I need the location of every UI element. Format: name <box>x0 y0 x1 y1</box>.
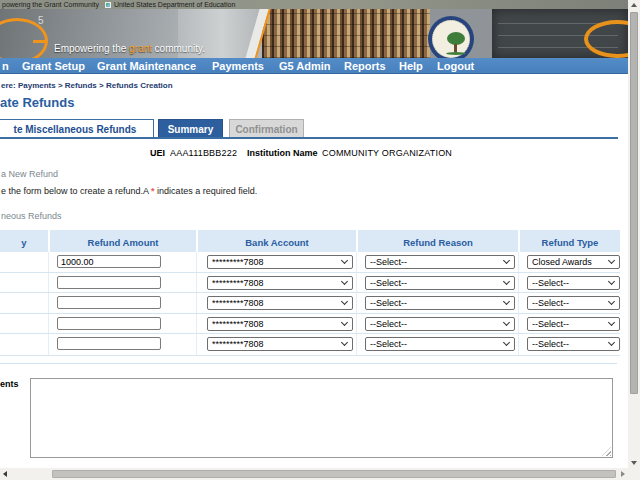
refund-type-select-3[interactable]: --Select-- <box>527 296 620 310</box>
bookshelf-image <box>262 9 430 58</box>
refund-amount-input-4[interactable] <box>57 317 161 330</box>
create-new-refund-heading: a New Refund <box>1 169 58 179</box>
chevron-down-icon <box>608 257 615 264</box>
col-header-refund-reason: Refund Reason <box>358 230 518 252</box>
scroll-right-arrow-icon[interactable] <box>621 471 625 477</box>
refund-type-select-1[interactable]: Closed Awards <box>527 255 620 269</box>
chevron-down-icon <box>503 257 510 264</box>
chevron-down-icon <box>341 257 348 264</box>
instructions-pre: e the form below to create a refund.A <box>1 186 151 196</box>
chevron-down-icon <box>503 319 510 326</box>
breadcrumb: ere: Payments > Refunds > Refunds Creati… <box>1 81 173 90</box>
chevron-down-icon <box>608 298 615 305</box>
tagline-post: community. <box>152 43 205 54</box>
nav-item-g5-admin[interactable]: G5 Admin <box>279 60 331 72</box>
nav-item-grant-maintenance[interactable]: Grant Maintenance <box>97 60 196 72</box>
refund-reason-select-5[interactable]: --Select-- <box>365 337 515 351</box>
col-header-cut: y <box>0 230 48 252</box>
table-row-separator <box>0 313 620 314</box>
chevron-down-icon <box>608 339 615 346</box>
main-nav-bar: n Grant Setup Grant Maintenance Payments… <box>0 58 640 74</box>
page-title: ate Refunds <box>0 95 74 110</box>
title-bar-left-text: powering the Grant Community <box>2 1 99 8</box>
bank-account-select-3[interactable]: *********7808 <box>207 296 353 310</box>
refund-amount-input-1[interactable] <box>57 255 161 268</box>
tab-underline <box>0 137 618 139</box>
banner-tagline: Empowering the grant community. <box>54 43 205 54</box>
table-column-separator <box>518 252 519 355</box>
instructions-post: indicates a required field. <box>155 186 258 196</box>
chevron-down-icon <box>608 278 615 285</box>
g5-banner: 5 Empowering the grant community. <box>0 9 628 58</box>
bank-account-select-4[interactable]: *********7808 <box>207 317 353 331</box>
col-header-refund-type: Refund Type <box>520 230 620 252</box>
horizontal-scrollbar-thumb[interactable] <box>52 470 616 478</box>
institution-info-row: UEI AAA111BBB222 Institution Name COMMUN… <box>0 148 620 160</box>
refund-reason-select-3[interactable]: --Select-- <box>365 296 515 310</box>
refund-reason-select-4[interactable]: --Select-- <box>365 317 515 331</box>
miscellaneous-refunds-heading: neous Refunds <box>1 211 62 221</box>
tab-create-miscellaneous-refunds[interactable]: te Miscellaneous Refunds <box>0 119 154 137</box>
chevron-down-icon <box>608 319 615 326</box>
window-title-bar: powering the Grant Community United Stat… <box>0 0 628 9</box>
vertical-scrollbar[interactable] <box>628 0 640 468</box>
refund-type-select-2[interactable]: --Select-- <box>527 276 620 290</box>
g5-logo-five: 5 <box>38 15 44 26</box>
refund-type-select-4[interactable]: --Select-- <box>527 317 620 331</box>
table-row-separator <box>0 355 620 356</box>
scroll-down-arrow-icon[interactable] <box>631 461 637 465</box>
nav-item-logout[interactable]: Logout <box>437 60 474 72</box>
nav-item-grant-setup[interactable]: Grant Setup <box>22 60 85 72</box>
chevron-down-icon <box>341 278 348 285</box>
tab-summary[interactable]: Summary <box>158 119 223 137</box>
chevron-down-icon <box>503 339 510 346</box>
refund-reason-select-1[interactable]: --Select-- <box>365 255 515 269</box>
refund-amount-input-5[interactable] <box>57 337 161 350</box>
refund-type-select-5[interactable]: --Select-- <box>527 337 620 351</box>
bank-account-select-1[interactable]: *********7808 <box>207 255 353 269</box>
chevron-down-icon <box>341 319 348 326</box>
favicon-icon <box>105 2 111 8</box>
uei-value: AAA111BBB222 <box>170 148 237 158</box>
nav-item-payments[interactable]: Payments <box>212 60 264 72</box>
uei-label: UEI <box>150 148 165 158</box>
section-divider <box>0 363 617 364</box>
comments-label: ents <box>0 379 19 389</box>
tagline-accent: grant <box>129 43 152 54</box>
tab-confirmation: Confirmation <box>229 119 304 137</box>
department-of-education-seal-icon <box>428 16 474 58</box>
refund-amount-input-2[interactable] <box>57 276 161 289</box>
chevron-down-icon <box>503 278 510 285</box>
tagline-pre: Empowering the <box>54 43 129 54</box>
chevron-down-icon <box>341 339 348 346</box>
g5-application-window: powering the Grant Community United Stat… <box>0 0 640 480</box>
bank-account-select-5[interactable]: *********7808 <box>207 337 353 351</box>
form-instructions: e the form below to create a refund.A * … <box>1 186 257 196</box>
refund-reason-select-2[interactable]: --Select-- <box>365 276 515 290</box>
col-header-refund-amount: Refund Amount <box>50 230 196 252</box>
table-column-separator <box>48 252 49 355</box>
chevron-down-icon <box>503 298 510 305</box>
vertical-scrollbar-thumb[interactable] <box>630 12 638 394</box>
chevron-down-icon <box>341 298 348 305</box>
table-column-separator <box>356 252 357 355</box>
comments-field-wrap <box>30 378 613 458</box>
scrollbar-corner <box>628 468 640 480</box>
horizontal-scrollbar[interactable] <box>0 468 628 480</box>
nav-item-reports[interactable]: Reports <box>344 60 386 72</box>
scroll-left-arrow-icon[interactable] <box>3 471 7 477</box>
table-row-separator <box>0 292 620 293</box>
col-header-bank-account: Bank Account <box>198 230 356 252</box>
scroll-up-arrow-icon[interactable] <box>631 3 637 7</box>
bank-account-select-2[interactable]: *********7808 <box>207 276 353 290</box>
nav-item-help[interactable]: Help <box>399 60 423 72</box>
institution-name-value: COMMUNITY ORGANIZATION <box>322 148 452 158</box>
table-column-separator <box>196 252 197 355</box>
g5-logo-crossbar <box>33 40 48 43</box>
table-row-separator <box>0 333 620 334</box>
comments-textarea[interactable] <box>30 378 613 458</box>
table-row-separator <box>0 272 620 273</box>
title-bar-right-text: United States Department of Education <box>114 1 235 8</box>
nav-item-fragment[interactable]: n <box>2 60 9 72</box>
refund-amount-input-3[interactable] <box>57 296 161 309</box>
